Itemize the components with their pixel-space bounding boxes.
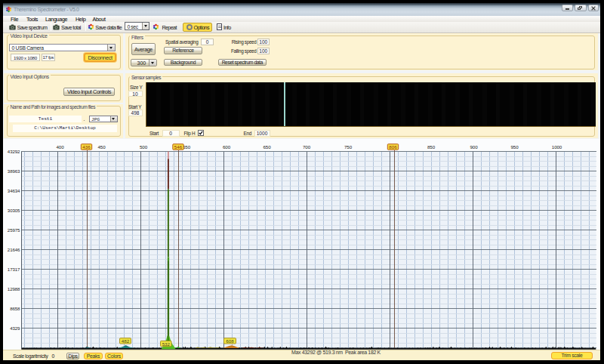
svg-text:482: 482 bbox=[122, 338, 130, 343]
svg-text:950: 950 bbox=[510, 143, 519, 149]
svg-text:532: 532 bbox=[162, 341, 171, 346]
svg-text:34634: 34634 bbox=[8, 187, 20, 193]
svg-text:38963: 38963 bbox=[8, 168, 20, 173]
svg-text:8658: 8658 bbox=[10, 305, 20, 310]
svg-text:30305: 30305 bbox=[8, 207, 20, 212]
svg-text:1000: 1000 bbox=[552, 143, 562, 149]
svg-text:17317: 17317 bbox=[8, 266, 20, 271]
svg-text:806: 806 bbox=[389, 143, 397, 149]
svg-text:4329: 4329 bbox=[10, 325, 20, 330]
svg-text:436: 436 bbox=[82, 143, 91, 149]
svg-text:21646: 21646 bbox=[8, 246, 20, 251]
svg-text:600: 600 bbox=[223, 143, 231, 149]
svg-text:850: 850 bbox=[427, 143, 436, 149]
svg-text:750: 750 bbox=[344, 143, 353, 149]
svg-text:500: 500 bbox=[140, 143, 148, 149]
svg-text:546: 546 bbox=[174, 143, 183, 149]
svg-text:12988: 12988 bbox=[8, 285, 20, 291]
svg-text:400: 400 bbox=[56, 143, 64, 149]
svg-text:608: 608 bbox=[226, 338, 234, 343]
svg-text:450: 450 bbox=[97, 143, 106, 149]
svg-text:700: 700 bbox=[303, 143, 311, 149]
svg-text:25975: 25975 bbox=[8, 227, 20, 232]
svg-text:43292: 43292 bbox=[8, 148, 20, 153]
svg-text:650: 650 bbox=[263, 143, 271, 149]
svg-text:900: 900 bbox=[470, 143, 478, 149]
